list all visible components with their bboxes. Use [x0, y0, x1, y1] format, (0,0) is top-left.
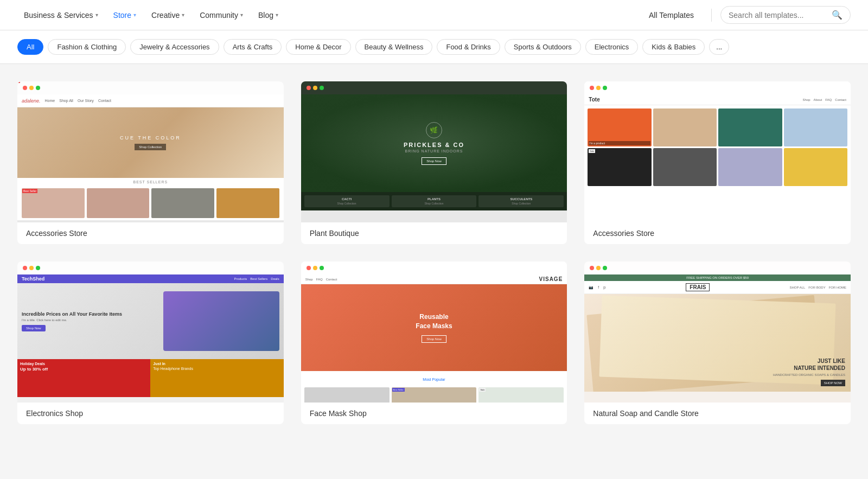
dot-yellow [29, 266, 34, 270]
templates-grid: adalene. Home Shop All Our Story Contact… [0, 64, 868, 442]
soap-hero-text-wrap: JUST LIKENATURE INTENDED HANDCRAFTED ORG… [773, 357, 845, 386]
tote-p8 [784, 148, 847, 186]
window-dots-soap [584, 261, 851, 274]
filter-more-button[interactable]: ... [709, 39, 729, 55]
filter-electronics[interactable]: Electronics [585, 39, 639, 55]
dot-green [320, 86, 324, 90]
card-title-accessories-1: Accessories Store [17, 222, 284, 244]
nav-item-store[interactable]: Store ▾ [107, 7, 143, 24]
product-grid-adalene: Best Seller [17, 186, 284, 220]
all-templates-label: All Templates [649, 11, 694, 20]
tote-nav-faq: FAQ [825, 98, 832, 101]
filter-all[interactable]: All [17, 39, 43, 55]
template-card-electronics[interactable]: TechShed Products Best Sellers Deals Inc… [17, 261, 284, 424]
chevron-down-icon: ▾ [133, 12, 136, 18]
dot-red [307, 266, 311, 270]
filter-kids[interactable]: Kids & Babies [642, 39, 705, 55]
face-popular-text: Most Popular [423, 378, 445, 381]
filter-arts[interactable]: Arts & Crafts [224, 39, 282, 55]
tote-sale-badge: Sale [589, 149, 595, 153]
search-area[interactable]: 🔍 [720, 6, 851, 24]
window-dots-plant [301, 81, 567, 94]
tote-p5: Sale [588, 148, 651, 186]
dot-red [590, 266, 594, 270]
dot-red [23, 266, 27, 270]
search-input[interactable] [729, 11, 827, 20]
plant-icon: 🌿 [426, 122, 442, 138]
tote-p1-label: I'm a product [589, 141, 650, 145]
top-navigation: Business & Services ▾ Store ▾ Creative ▾… [0, 0, 868, 30]
template-card-plant[interactable]: 🌿 PRICKLES & CO BRING NATURE INDOORS Sho… [301, 81, 567, 244]
cat-succ-link: Shop Collection [481, 202, 561, 205]
filter-food[interactable]: Food & Drinks [437, 39, 500, 55]
chevron-down-icon: ▾ [182, 12, 184, 18]
tote-nav-about: About [814, 98, 822, 101]
soap-social: 📷 f 𝕡 [589, 285, 606, 290]
elec-deal2-title: Just In [153, 362, 280, 366]
template-card-tote[interactable]: Tote Shop About FAQ Contact I'm a produc… [584, 81, 851, 244]
hero-btn-adalene: Shop Collection [135, 144, 166, 150]
template-card-accessories-1[interactable]: adalene. Home Shop All Our Story Contact… [17, 81, 284, 244]
nav-item-blog[interactable]: Blog ▾ [252, 7, 285, 24]
elec-hero-text: Incredible Prices on All Your Favorite I… [22, 311, 159, 318]
tote-header: Tote Shop About FAQ Contact [584, 94, 851, 105]
face-hero: ReusableFace Masks Shop Now [301, 284, 567, 371]
cat-succulents: SUCCULENTS [481, 197, 561, 201]
soap-shop-btn: SHOP NOW [821, 380, 845, 386]
tote-p3 [718, 108, 782, 146]
elec-brand: TechShed [22, 276, 44, 282]
filter-sports[interactable]: Sports & Outdoors [505, 39, 581, 55]
tote-p4 [784, 108, 847, 146]
template-card-facemask[interactable]: Shop FAQ Contact VISAGE ReusableFace Mas… [301, 261, 567, 424]
badge-bestsell2 [18, 82, 20, 83]
nav-label-blog: Blog [258, 11, 273, 20]
nav-item-creative[interactable]: Creative ▾ [145, 7, 191, 24]
face-nav: Shop FAQ Contact [305, 278, 337, 281]
elec-deal-2: Just In Top Headphone Brands [150, 359, 283, 397]
soap-banner: FREE SHIPPING ON ORDERS OVER $50 [584, 274, 851, 281]
filter-home[interactable]: Home & Decor [286, 39, 350, 55]
elec-deal1-title: Holiday Deals [20, 362, 148, 366]
dot-red [590, 86, 594, 90]
soap-header: 📷 f 𝕡 FRAIS SHOP ALL FOR BODY FOR HOME [584, 281, 851, 294]
nav-item-business[interactable]: Business & Services ▾ [17, 7, 105, 24]
filter-fashion[interactable]: Fashion & Clothing [48, 39, 126, 55]
face-sale: Sale [479, 388, 486, 392]
cat-plants-link: Shop Collection [394, 202, 475, 205]
dot-red [307, 86, 311, 90]
face-p2: Best Seller [392, 387, 477, 403]
dot-yellow [29, 86, 34, 90]
elec-header: TechShed Products Best Sellers Deals [17, 274, 284, 283]
soap-social-fb: f [598, 285, 599, 290]
template-card-soap[interactable]: FREE SHIPPING ON ORDERS OVER $50 📷 f 𝕡 F… [584, 261, 851, 424]
card-preview-electronics: TechShed Products Best Sellers Deals Inc… [17, 261, 284, 403]
tote-nav-shop: Shop [803, 98, 810, 101]
elec-nav-d: Deals [271, 277, 279, 280]
soap-nav: SHOP ALL FOR BODY FOR HOME [789, 286, 846, 289]
dot-green [320, 266, 324, 270]
search-icon[interactable]: 🔍 [832, 10, 843, 20]
hero-text-adalene: CUE THE COLOR [120, 135, 181, 140]
elec-deals: Holiday Deals Up to 30% off Just In Top … [17, 359, 284, 397]
mini-nav-contact: Contact [98, 99, 111, 103]
card-preview-tote: Tote Shop About FAQ Contact I'm a produc… [584, 81, 851, 222]
card-title-plant: Plant Boutique [301, 222, 567, 244]
window-dots-elec [17, 261, 284, 274]
window-dots-face [301, 261, 567, 274]
window-dots [17, 81, 284, 94]
soap-social-ig: 📷 [589, 285, 593, 290]
nav-label-community: Community [200, 11, 238, 20]
filter-beauty[interactable]: Beauty & Wellness [355, 39, 433, 55]
chevron-down-icon: ▾ [95, 12, 98, 18]
elec-hero-sub: I'm a title. Click here to edit me. [22, 318, 159, 322]
soap-hero-sub: HANDCRAFTED ORGANIC SOAPS & CANDLES [773, 373, 845, 376]
filter-jewelry[interactable]: Jewelry & Accessories [130, 39, 219, 55]
tote-nav-contact: Contact [835, 98, 846, 101]
tote-p1: I'm a product [588, 108, 651, 146]
mini-nav-sale: Our Story [78, 99, 94, 103]
nav-item-community[interactable]: Community ▾ [193, 7, 250, 24]
soap-hero-title: JUST LIKENATURE INTENDED [773, 357, 845, 372]
nav-label-store: Store [113, 11, 131, 20]
tote-logo: Tote [589, 97, 599, 103]
card-title-soap: Natural Soap and Candle Store [584, 403, 851, 424]
